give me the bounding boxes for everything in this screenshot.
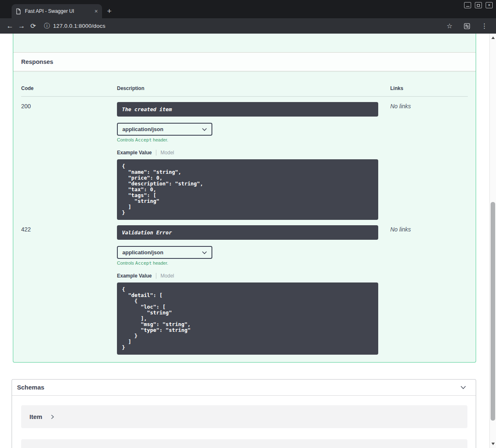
response-description-cell: Validation Error application/json Contro…	[117, 225, 390, 355]
tab-example-value[interactable]: Example Value	[117, 150, 152, 156]
tab-title: Fast API - Swagger UI	[25, 8, 92, 14]
tab-separator	[156, 273, 156, 279]
tab-close-icon[interactable]: ×	[95, 8, 98, 15]
model-item[interactable]: Item	[21, 405, 467, 428]
response-row-422: 422 Validation Error application/json Co…	[21, 220, 468, 355]
note-code: Accept	[135, 137, 152, 143]
response-description: Validation Error	[117, 225, 378, 240]
tab-example-value[interactable]: Example Value	[117, 273, 152, 279]
chevron-down-icon	[202, 128, 207, 131]
models-list: Item ValidationError	[12, 396, 476, 448]
address-bar[interactable]: ⓘ 127.0.0.1:8000/docs	[44, 22, 445, 30]
media-type-value: application/json	[122, 126, 163, 132]
note-prefix: Controls	[117, 261, 135, 265]
schemas-header[interactable]: Schemas	[12, 380, 476, 396]
extensions-icon[interactable]	[462, 20, 472, 32]
tab-model[interactable]: Model	[160, 150, 174, 156]
model-validationerror[interactable]: ValidationError	[21, 439, 467, 448]
opblock-body-spacer	[13, 34, 476, 52]
scroll-up-arrow[interactable]	[490, 34, 496, 41]
minimize-button[interactable]	[464, 2, 471, 8]
window-controls: ×	[464, 2, 493, 8]
media-type-select[interactable]: application/json	[117, 123, 212, 136]
example-model-tabs: Example Value Model	[117, 150, 378, 156]
scroll-down-arrow[interactable]	[490, 441, 496, 447]
response-links: No links	[390, 102, 468, 220]
site-info-icon[interactable]: ⓘ	[44, 22, 50, 30]
minimize-icon	[466, 6, 469, 7]
back-button[interactable]: ←	[4, 20, 16, 32]
response-description-cell: The created item application/json Contro…	[117, 102, 390, 220]
maximize-button[interactable]	[475, 2, 482, 8]
example-model-tabs: Example Value Model	[117, 273, 378, 279]
response-code: 200	[21, 102, 117, 220]
note-prefix: Controls	[117, 137, 135, 142]
swagger-docs-page: Responses Code Description Links 200 The…	[0, 34, 489, 448]
forward-button[interactable]: →	[16, 20, 27, 32]
response-links: No links	[390, 225, 468, 355]
close-button[interactable]: ×	[486, 2, 493, 8]
response-description: The created item	[117, 102, 378, 117]
new-tab-button[interactable]: +	[102, 4, 117, 18]
responses-section-header: Responses	[13, 52, 476, 71]
browser-window: Fast API - Swagger UI × + × ← → ⟳ ⓘ 127.…	[0, 0, 496, 448]
responses-table: Code Description Links 200 The created i…	[13, 71, 476, 355]
scrollbar[interactable]	[489, 34, 496, 448]
responses-table-header: Code Description Links	[21, 81, 468, 97]
schemas-title: Schemas	[17, 383, 44, 392]
response-row-200: 200 The created item application/json Co…	[21, 97, 468, 220]
col-header-code: Code	[21, 85, 117, 91]
note-suffix: header.	[152, 261, 168, 265]
opblock-post-responses: Responses Code Description Links 200 The…	[13, 34, 476, 363]
schemas-section: Schemas Item ValidationError	[12, 379, 476, 448]
tab-model[interactable]: Model	[160, 273, 174, 279]
media-type-value: application/json	[122, 249, 163, 256]
navbar-actions: ☆ ⋮	[445, 20, 489, 32]
response-code: 422	[21, 225, 117, 355]
chevron-down-icon	[202, 251, 207, 254]
close-icon: ×	[488, 3, 491, 7]
chevron-down-icon[interactable]	[459, 383, 467, 392]
maximize-icon	[477, 4, 480, 7]
example-json-422: { "detail": [ { "loc": [ "string" ], "ms…	[117, 282, 378, 355]
chevron-right-icon	[50, 414, 55, 419]
url-text: 127.0.0.1:8000/docs	[53, 23, 105, 29]
browser-titlebar: Fast API - Swagger UI × + ×	[0, 0, 496, 18]
menu-icon[interactable]: ⋮	[479, 20, 489, 32]
example-json-200: { "name": "string", "price": 0, "descrip…	[117, 159, 378, 220]
col-header-links: Links	[390, 85, 468, 91]
media-type-select[interactable]: application/json	[117, 246, 212, 259]
reload-button[interactable]: ⟳	[27, 20, 39, 32]
browser-tab[interactable]: Fast API - Swagger UI ×	[12, 4, 102, 18]
tab-separator	[156, 150, 156, 156]
col-header-description: Description	[117, 85, 390, 91]
note-suffix: header.	[152, 137, 168, 142]
bookmark-star-icon[interactable]: ☆	[445, 20, 455, 32]
responses-title: Responses	[21, 58, 468, 65]
model-name: Item	[29, 413, 42, 420]
accept-header-note: Controls Accept header.	[117, 261, 378, 266]
document-icon	[16, 8, 21, 15]
note-code: Accept	[135, 261, 152, 266]
scrollbar-thumb[interactable]	[491, 202, 495, 421]
accept-header-note: Controls Accept header.	[117, 137, 378, 143]
browser-navbar: ← → ⟳ ⓘ 127.0.0.1:8000/docs ☆ ⋮	[0, 18, 496, 34]
